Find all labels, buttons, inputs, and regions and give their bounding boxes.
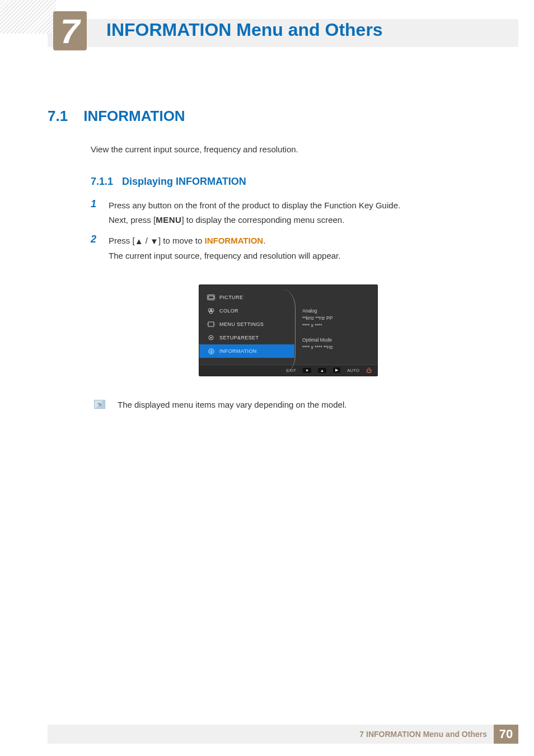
osd-menu-list: PICTURE COLOR MENU SETTINGS SETUP&RESET <box>199 285 294 365</box>
svg-point-9 <box>210 337 212 339</box>
picture-icon <box>207 294 215 301</box>
osd-down-button: ▼ <box>303 368 311 373</box>
note-text: The displayed menu items may vary depend… <box>118 400 346 409</box>
down-arrow-icon: ▼ <box>150 234 158 249</box>
section-intro: View the current input source, frequency… <box>91 144 298 154</box>
osd-item-information: i INFORMATION <box>199 344 294 358</box>
step-2: 2 Press [▲ / ▼] to move to INFORMATION. … <box>91 234 489 263</box>
step-1: 1 Press any button on the front of the p… <box>91 198 489 227</box>
osd-info-panel: Analog **kHz **Hz PP **** x **** Optimal… <box>294 285 377 365</box>
osd-signal-line: **** x **** <box>302 322 369 329</box>
highlight-word: INFORMATION <box>204 236 263 245</box>
text-fragment: Press [ <box>109 236 135 245</box>
osd-exit-label: EXIT <box>286 368 296 373</box>
step-body: Press [▲ / ▼] to move to INFORMATION. Th… <box>109 234 340 263</box>
footer-page-number: 70 <box>494 725 518 744</box>
note-icon: ✎ <box>94 400 105 409</box>
text-fragment: ] to display the corresponding menu scre… <box>181 215 344 225</box>
section-number: 7.1 <box>48 108 68 125</box>
text-fragment: . <box>263 236 265 245</box>
osd-footer-bar: EXIT ▼ ▲ ▶ AUTO ⏻ <box>199 365 377 376</box>
osd-up-button: ▲ <box>318 368 326 373</box>
osd-item-setupreset: SETUP&RESET <box>199 331 294 344</box>
osd-item-label: COLOR <box>219 308 238 314</box>
osd-auto-label: AUTO <box>347 368 359 373</box>
subsection-heading: 7.1.1 Displaying INFORMATION <box>91 176 246 188</box>
osd-item-picture: PICTURE <box>199 291 294 304</box>
up-arrow-icon: ▲ <box>135 234 143 249</box>
osd-signal-block: Analog **kHz **Hz PP **** x **** <box>302 307 369 329</box>
text-fragment: Next, press [ <box>109 215 156 225</box>
osd-mode-line: **** x **** **Hz <box>302 344 369 351</box>
note-row: ✎ The displayed menu items may vary depe… <box>94 400 346 409</box>
step-line: The current input source, frequency and … <box>109 249 340 263</box>
osd-item-label: SETUP&RESET <box>219 335 259 340</box>
osd-item-label: MENU SETTINGS <box>219 321 264 327</box>
osd-signal-line: **kHz **Hz PP <box>302 315 369 322</box>
section-heading: 7.1 INFORMATION <box>48 108 185 125</box>
osd-body: PICTURE COLOR MENU SETTINGS SETUP&RESET <box>199 285 377 365</box>
subsection-number: 7.1.1 <box>91 176 113 188</box>
step-number: 1 <box>91 198 99 210</box>
power-icon: ⏻ <box>366 367 372 374</box>
header-stripes <box>0 0 56 34</box>
osd-item-menusettings: MENU SETTINGS <box>199 318 294 331</box>
step-line: Next, press [MENU] to display the corres… <box>109 213 400 227</box>
step-number: 2 <box>91 234 99 245</box>
color-icon <box>207 307 215 314</box>
osd-mode-title: Optimal Mode <box>302 337 369 344</box>
steps-list: 1 Press any button on the front of the p… <box>91 198 489 269</box>
chapter-title: INFORMATION Menu and Others <box>106 20 383 40</box>
osd-screenshot: PICTURE COLOR MENU SETTINGS SETUP&RESET <box>199 284 378 376</box>
page-footer: 7 INFORMATION Menu and Others 70 <box>48 725 518 744</box>
step-line: Press any button on the front of the pro… <box>109 198 400 213</box>
setup-reset-icon <box>207 334 215 341</box>
osd-item-label: INFORMATION <box>219 348 257 354</box>
menu-settings-icon <box>207 321 215 328</box>
svg-rect-5 <box>208 322 214 326</box>
step-line: Press [▲ / ▼] to move to INFORMATION. <box>109 234 340 249</box>
menu-key-label: MENU <box>156 215 181 225</box>
slash: / <box>143 236 151 245</box>
osd-mode-block: Optimal Mode **** x **** **Hz <box>302 337 369 351</box>
svg-text:i: i <box>210 349 212 354</box>
osd-right-button: ▶ <box>333 367 340 373</box>
osd-item-color: COLOR <box>199 304 294 318</box>
osd-signal-title: Analog <box>302 307 369 315</box>
osd-item-label: PICTURE <box>219 295 243 300</box>
chapter-number-badge: 7 <box>53 11 87 50</box>
svg-rect-1 <box>209 296 214 298</box>
step-body: Press any button on the front of the pro… <box>109 198 400 227</box>
information-icon: i <box>207 348 215 354</box>
text-fragment: ] to move to <box>158 236 205 245</box>
subsection-title: Displaying INFORMATION <box>122 176 246 188</box>
section-title: INFORMATION <box>83 108 185 125</box>
footer-text: 7 INFORMATION Menu and Others <box>359 730 487 739</box>
